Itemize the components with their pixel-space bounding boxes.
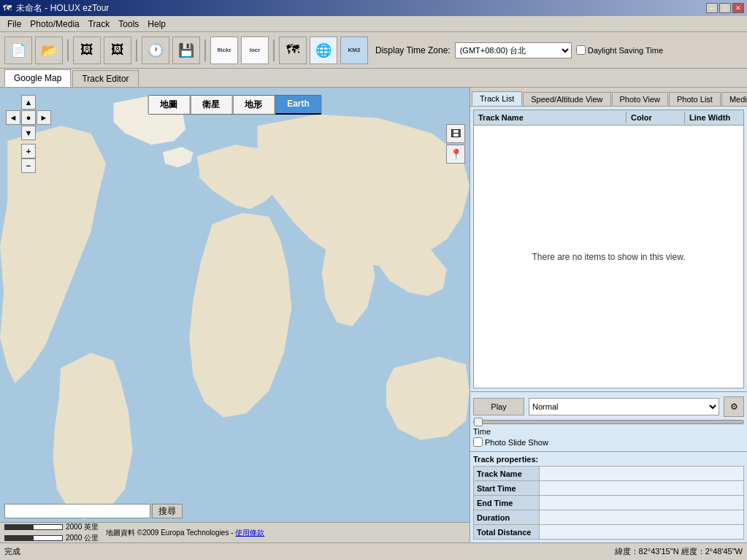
track-property-label-distance: Total Distance xyxy=(474,525,540,540)
playback-settings-button[interactable]: ⚙ xyxy=(724,396,744,417)
map-mini-icons: 🎞 📍 xyxy=(446,124,465,164)
track-property-value-duration xyxy=(540,510,744,525)
daylight-label: Daylight Saving Time xyxy=(588,46,663,55)
daylight-saving-checkbox[interactable] xyxy=(576,45,586,55)
track-list-header: Track Name Color Line Width xyxy=(473,110,744,126)
map-navigation-controls: ▲ ◄ ● ► ▼ + − xyxy=(6,95,51,173)
app-icon: 🗺 xyxy=(3,3,12,13)
map-attribution-text: 地圖資料 ©2009 Europa Technologies - 使用條款 xyxy=(106,528,264,538)
track-property-row-name: Track Name xyxy=(474,467,744,481)
main-content: 地圖 衛星 地形 Earth 🎞 📍 ▲ ◄ ● ► ▼ + − xyxy=(0,88,747,542)
nav-center-button[interactable]: ● xyxy=(21,110,36,125)
track-properties-panel: Track properties: Track Name Start Time … xyxy=(470,451,747,542)
playback-area: Play Normal ⚙ Time Photo Slide Show xyxy=(470,391,747,451)
film-icon[interactable]: 🎞 xyxy=(446,124,465,143)
scale-miles-label: 2000 英里 xyxy=(66,522,99,532)
menu-file[interactable]: File xyxy=(3,18,26,31)
track-property-label-end: End Time xyxy=(474,496,540,510)
nav-down-button[interactable]: ▼ xyxy=(21,126,36,140)
playback-slider-thumb[interactable] xyxy=(474,418,483,426)
status-text: 完成 xyxy=(4,546,615,557)
zoom-in-button[interactable]: + xyxy=(21,144,36,158)
timezone-label: Display Time Zone: xyxy=(375,45,451,55)
time-label: Time xyxy=(473,427,495,436)
nav-up-button[interactable]: ▲ xyxy=(21,95,36,110)
tab-speed-altitude[interactable]: Speed/Altitude View xyxy=(523,92,610,106)
settings-icon: ⚙ xyxy=(730,402,738,412)
tab-photo-view[interactable]: Photo View xyxy=(612,92,668,106)
map-view-terrain[interactable]: 地形 xyxy=(232,95,275,115)
km2-logo[interactable]: KM2 xyxy=(340,37,368,64)
menu-help[interactable]: Help xyxy=(143,18,170,31)
photo-slide-row: Photo Slide Show xyxy=(473,437,744,447)
track-property-row-start: Start Time xyxy=(474,481,744,496)
globe-button[interactable]: 🌐 xyxy=(310,37,337,64)
terms-link[interactable]: 使用條款 xyxy=(235,529,264,537)
nav-left-button[interactable]: ◄ xyxy=(6,110,20,125)
search-button[interactable]: 搜尋 xyxy=(152,504,183,518)
map-view-satellite[interactable]: 衛星 xyxy=(190,95,232,115)
track-name-column-header: Track Name xyxy=(474,112,627,123)
open-button[interactable]: 📂 xyxy=(35,37,63,64)
track-property-row-distance: Total Distance xyxy=(474,525,744,540)
new-button[interactable]: 📄 xyxy=(4,37,32,64)
photo-slide-checkbox[interactable] xyxy=(473,437,483,447)
search-bar: 搜尋 xyxy=(0,502,470,521)
color-column-header: Color xyxy=(627,112,685,123)
scale-bar-km xyxy=(4,535,63,541)
tab-media-list[interactable]: Media List xyxy=(721,92,747,106)
track-properties-title: Track properties: xyxy=(473,455,744,464)
menu-tools[interactable]: Tools xyxy=(114,18,143,31)
toolbar-separator-4 xyxy=(273,39,275,61)
track-property-value-start xyxy=(540,481,744,496)
tab-photo-list[interactable]: Photo List xyxy=(669,92,721,106)
photo-button[interactable]: 🖼 xyxy=(73,37,101,64)
photo2-button[interactable]: 🖼 xyxy=(104,37,131,64)
tab-track-list[interactable]: Track List xyxy=(472,91,522,106)
playback-slider-row xyxy=(473,420,744,424)
map-view-map[interactable]: 地圖 xyxy=(148,95,190,115)
flickr-logo[interactable]: flickr xyxy=(210,37,238,64)
map-button[interactable]: 🗺 xyxy=(279,37,307,64)
coordinates-display: 緯度：82°43'15"N 經度：2°48'45"W xyxy=(615,546,743,557)
toolbar-separator-2 xyxy=(136,39,137,61)
tab-google-map[interactable]: Google Map xyxy=(4,69,71,87)
statusbar: 完成 緯度：82°43'15"N 經度：2°48'45"W xyxy=(0,542,747,560)
track-list-panel: Track Name Color Line Width There are no… xyxy=(470,107,747,391)
export-button[interactable]: 💾 xyxy=(172,37,200,64)
toolbar-separator-3 xyxy=(204,39,206,61)
menu-photo-media[interactable]: Photo/Media xyxy=(26,18,83,31)
play-button[interactable]: Play xyxy=(473,398,524,415)
zoom-out-button[interactable]: − xyxy=(21,158,36,173)
clock-button[interactable]: 🕐 xyxy=(142,37,169,64)
locr-logo[interactable]: locr xyxy=(241,37,269,64)
minimize-button[interactable]: ─ xyxy=(706,3,718,13)
map-view-buttons: 地圖 衛星 地形 Earth xyxy=(148,95,322,115)
playback-speed-select[interactable]: Normal xyxy=(529,398,719,415)
track-property-row-end: End Time xyxy=(474,496,744,510)
timezone-select[interactable]: (GMT+08:00) 台北 xyxy=(455,42,572,58)
track-property-value-name xyxy=(540,467,744,481)
map-area[interactable]: 地圖 衛星 地形 Earth 🎞 📍 ▲ ◄ ● ► ▼ + − xyxy=(0,88,470,542)
track-property-label-duration: Duration xyxy=(474,510,540,525)
map-view-earth[interactable]: Earth xyxy=(275,95,322,115)
track-property-value-distance xyxy=(540,525,744,540)
photo-slide-label: Photo Slide Show xyxy=(485,438,548,447)
track-property-value-end xyxy=(540,496,744,510)
right-panel: Track List Speed/Altitude View Photo Vie… xyxy=(470,88,747,542)
maximize-button[interactable]: □ xyxy=(719,3,731,13)
scale-bar-miles xyxy=(4,524,63,530)
track-list-empty-message: There are no items to show in this view. xyxy=(532,252,685,262)
daylight-saving-checkbox-area: Daylight Saving Time xyxy=(576,45,663,55)
track-properties-table: Track Name Start Time End Time Duration … xyxy=(473,466,744,540)
tab-track-editor[interactable]: Track Editor xyxy=(72,70,138,87)
close-button[interactable]: ✕ xyxy=(732,3,744,13)
nav-right-button[interactable]: ► xyxy=(37,110,51,125)
pin-icon[interactable]: 📍 xyxy=(446,145,465,164)
search-input[interactable] xyxy=(4,504,150,518)
playback-slider-track[interactable] xyxy=(473,420,744,424)
right-panel-tabs: Track List Speed/Altitude View Photo Vie… xyxy=(470,88,747,107)
photo-slide-show-area: Photo Slide Show xyxy=(473,437,548,447)
menubar: File Photo/Media Track Tools Help xyxy=(0,16,747,32)
menu-track[interactable]: Track xyxy=(84,18,115,31)
